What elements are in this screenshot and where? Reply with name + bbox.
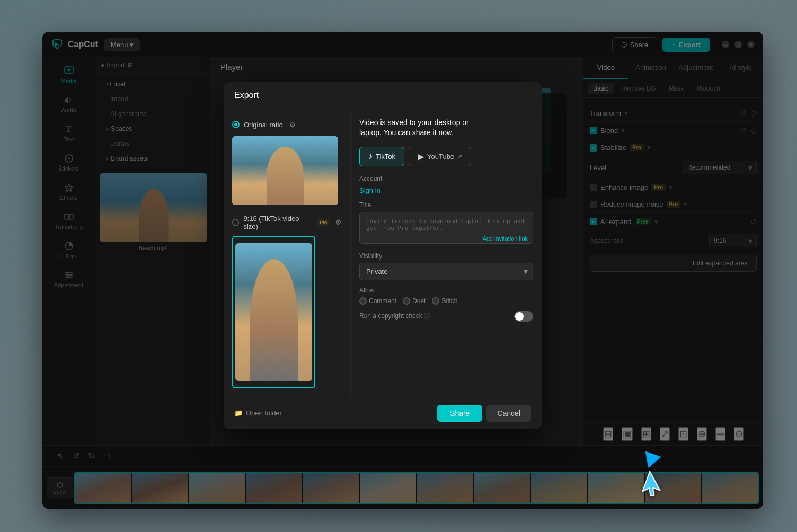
visibility-dropdown[interactable]: Private Public Friends [359, 263, 533, 280]
copyright-info-icon: ⓘ [424, 312, 430, 320]
folder-icon: 📁 [234, 409, 243, 417]
comment-checkbox [359, 297, 367, 305]
ratio-option-tiktok[interactable]: 9:16 (TikTok video size) Pro ⚙ [232, 211, 342, 234]
preview-tiktok-ratio [235, 243, 312, 381]
modal-header: Export [224, 82, 542, 109]
youtube-icon: ▶ [418, 152, 424, 162]
open-folder-button[interactable]: 📁 Open folder [234, 409, 282, 417]
title-input-wrap: Invite friends to download CapCut Deskto… [359, 212, 533, 246]
tiktok-tab-button[interactable]: ♪ TikTok [359, 147, 404, 166]
modal-share-panel: Video is saved to your desktop or laptop… [351, 109, 542, 397]
modal-ratio-panel: Original ratio ⚙ 9:16 (TikTok video size… [224, 109, 351, 397]
duet-checkbox [403, 297, 410, 305]
allow-duet[interactable]: Duet [403, 297, 426, 305]
modal-overlay: Export Original ratio ⚙ 9:16 (TikTok vid… [0, 0, 797, 532]
allow-stitch[interactable]: Stitch [432, 297, 457, 305]
add-invitation-link[interactable]: Add invitation link [482, 235, 528, 242]
copyright-label: Run a copyright check ⓘ [359, 312, 430, 321]
stitch-checkbox [432, 297, 439, 305]
tiktok-icon: ♪ [368, 152, 373, 161]
visibility-label: Visibility [359, 252, 533, 260]
modal-footer: 📁 Open folder Share Cancel [224, 397, 542, 429]
visibility-dropdown-wrap: Private Public Friends [359, 263, 533, 280]
copyright-row: Run a copyright check ⓘ [359, 311, 533, 322]
saved-message: Video is saved to your desktop or laptop… [359, 118, 533, 138]
allow-comment[interactable]: Comment [359, 297, 396, 305]
modal-cancel-button[interactable]: Cancel [486, 405, 531, 422]
ratio-radio-tiktok [232, 219, 239, 226]
modal-action-buttons: Share Cancel [437, 405, 531, 422]
ratio-option-original[interactable]: Original ratio ⚙ [232, 118, 342, 132]
toggle-knob [515, 312, 524, 321]
account-label: Account [359, 175, 533, 182]
share-platform-tabs: ♪ TikTok ▶ YouTube ↗ [359, 147, 533, 166]
youtube-arrow-icon: ↗ [457, 153, 462, 160]
modal-body: Original ratio ⚙ 9:16 (TikTok video size… [224, 109, 542, 397]
title-label: Title [359, 201, 533, 209]
copyright-toggle[interactable] [514, 311, 533, 322]
sign-in-link[interactable]: Sign in [359, 187, 380, 194]
allow-label: Allow [359, 287, 533, 294]
tiktok-settings-icon: ⚙ [335, 218, 342, 226]
export-modal: Export Original ratio ⚙ 9:16 (TikTok vid… [224, 82, 542, 429]
modal-share-button[interactable]: Share [437, 405, 482, 422]
allow-options-row: Comment Duet Stitch [359, 297, 533, 305]
tiktok-pro-badge: Pro [317, 219, 329, 226]
tiktok-ratio-selected-box [232, 236, 315, 388]
ratio-tiktok-label: 9:16 (TikTok video size) [243, 215, 311, 230]
preview-original-ratio [232, 136, 338, 205]
ratio-radio-original [232, 121, 240, 128]
ratio-settings-icon: ⚙ [289, 121, 296, 129]
youtube-tab-button[interactable]: ▶ YouTube ↗ [409, 147, 471, 166]
